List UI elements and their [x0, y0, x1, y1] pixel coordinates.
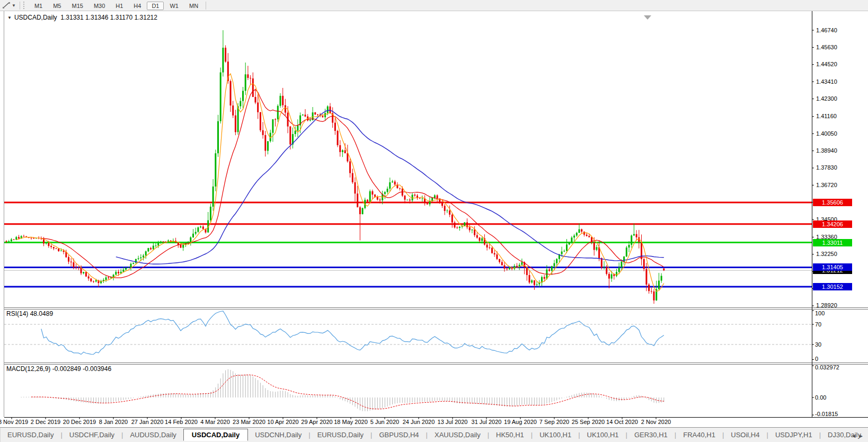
candle-body	[392, 182, 393, 182]
timeframe-button-m15[interactable]: M15	[67, 2, 87, 10]
candle-body	[588, 236, 590, 237]
symbol-tab-uk100-10[interactable]: UK100,H1	[580, 429, 626, 440]
candle-body	[399, 188, 401, 189]
timeframe-button-w1[interactable]: W1	[165, 2, 183, 10]
candle-body	[349, 161, 351, 173]
candle-body	[305, 114, 306, 116]
candle-body	[581, 229, 582, 232]
draw-tool-icon[interactable]	[2, 2, 11, 10]
candle-body	[513, 266, 515, 269]
candle-body	[471, 229, 473, 230]
date-axis-label: 24 Jun 2020	[403, 419, 435, 425]
candle-body	[544, 277, 545, 279]
candle-body	[217, 121, 219, 153]
candle-body	[339, 145, 341, 152]
candle-body	[534, 280, 535, 285]
macd-axis-label: 0.032972	[815, 364, 839, 370]
candle-body	[561, 252, 563, 254]
candle-body	[618, 268, 620, 272]
price-axis-label: 1.38940	[816, 147, 837, 154]
symbol-tab-usoil-13[interactable]: USOil,H4	[724, 429, 766, 440]
candle-body	[309, 120, 311, 121]
symbol-tab-fra40-12[interactable]: FRA40,H1	[676, 429, 722, 440]
candle-body	[551, 266, 553, 271]
candle-body	[441, 202, 443, 206]
timeframe-button-m5[interactable]: M5	[48, 2, 66, 10]
candle-body	[272, 119, 273, 133]
candle-body	[210, 207, 211, 220]
chart-canvas[interactable]	[0, 0, 868, 442]
symbol-label: USDCAD,Daily	[14, 14, 57, 21]
candle-body	[232, 105, 234, 116]
candle-body	[18, 237, 20, 238]
rsi-axis-label: 0	[815, 356, 818, 362]
symbol-tab-usdjpy-14[interactable]: USDJPY,H1	[768, 429, 819, 440]
candle-body	[496, 254, 498, 259]
candle-body	[83, 272, 84, 273]
date-axis-label: 27 Jan 2020	[131, 419, 164, 425]
symbol-tab-usdchf-1[interactable]: USDCHF,Daily	[63, 429, 121, 440]
price-level-tag: 1.34206	[813, 220, 852, 228]
candle-body	[90, 278, 92, 281]
candle-body	[73, 262, 74, 267]
symbol-tab-eurusd-5[interactable]: EURUSD,Daily	[311, 429, 370, 440]
candle-body	[277, 106, 279, 120]
candle-body	[516, 266, 518, 267]
rsi-axis-label: 30	[815, 341, 821, 348]
timeframe-button-h1[interactable]: H1	[111, 2, 128, 10]
candle-body	[633, 234, 635, 236]
candle-body	[563, 251, 565, 251]
timeframe-button-m1[interactable]: M1	[30, 2, 47, 10]
candle-body	[509, 268, 510, 269]
timeframe-button-m30[interactable]: M30	[89, 2, 110, 10]
symbol-tab-hk50-8[interactable]: HK50,H1	[489, 429, 531, 440]
date-axis-label: 13 Jul 2020	[438, 419, 468, 425]
chart-shift-marker-icon	[644, 15, 651, 20]
price-axis-label: 1.44520	[816, 61, 837, 67]
candle-body	[125, 268, 127, 269]
candle-body	[58, 249, 59, 251]
toolbar-dropdown-icon[interactable]: ▼	[12, 3, 16, 8]
symbol-tab-usdcnh-4[interactable]: USDCNH,Daily	[248, 429, 308, 440]
candle-body	[486, 245, 488, 247]
candle-body	[379, 200, 381, 200]
candle-body	[145, 251, 147, 255]
candle-body	[344, 150, 346, 153]
tab-nav-arrows: ◄►	[851, 433, 866, 439]
rsi-axis-label: 70	[815, 321, 821, 328]
tab-prev-icon[interactable]: ◄	[851, 433, 858, 439]
rsi-label: RSI(14) 48.0489	[6, 310, 53, 317]
tab-next-icon[interactable]: ►	[858, 433, 866, 439]
candle-body	[160, 242, 162, 243]
symbol-tab-ger30-11[interactable]: GER30,H1	[627, 429, 675, 440]
candle-body	[628, 245, 630, 247]
symbol-tab-usdcad-3[interactable]: USDCAD,Daily	[183, 429, 248, 441]
timeframe-button-mn[interactable]: MN	[184, 2, 203, 10]
candle-body	[367, 200, 368, 201]
candle-body	[255, 97, 256, 103]
candle-body	[419, 198, 421, 199]
candle-body	[225, 48, 226, 61]
candle-body	[586, 235, 588, 236]
symbol-tab-uk100-9[interactable]: UK100,H1	[533, 429, 578, 440]
symbol-tab-gbpusd-6[interactable]: GBPUSD,H4	[372, 429, 426, 440]
date-axis-label: 18 May 2020	[334, 419, 368, 425]
toolbar-grip[interactable]	[23, 2, 26, 9]
candle-body	[359, 207, 361, 214]
symbol-dropdown-icon[interactable]: ▼	[7, 15, 12, 20]
candle-body	[571, 237, 572, 242]
date-axis-label: 2 Dec 2019	[31, 419, 60, 425]
toolbar-separator	[20, 2, 20, 10]
date-axis-label: 20 Dec 2019	[63, 419, 96, 425]
candle-body	[596, 247, 597, 250]
symbol-tab-audusd-2[interactable]: AUDUSD,Daily	[123, 429, 183, 440]
ohlc-values: 1.31331 1.31346 1.31170 1.31212	[60, 14, 157, 21]
candle-body	[601, 258, 603, 268]
symbol-tab-xauusd-7[interactable]: XAUUSD,Daily	[428, 429, 488, 440]
candle-body	[240, 101, 241, 107]
price-level-tag: 1.35606	[813, 199, 852, 206]
candle-body	[180, 245, 182, 247]
timeframe-button-h4[interactable]: H4	[129, 2, 146, 10]
timeframe-button-d1[interactable]: D1	[147, 2, 164, 10]
symbol-tab-eurusd-0[interactable]: EURUSD,Daily	[1, 429, 60, 440]
